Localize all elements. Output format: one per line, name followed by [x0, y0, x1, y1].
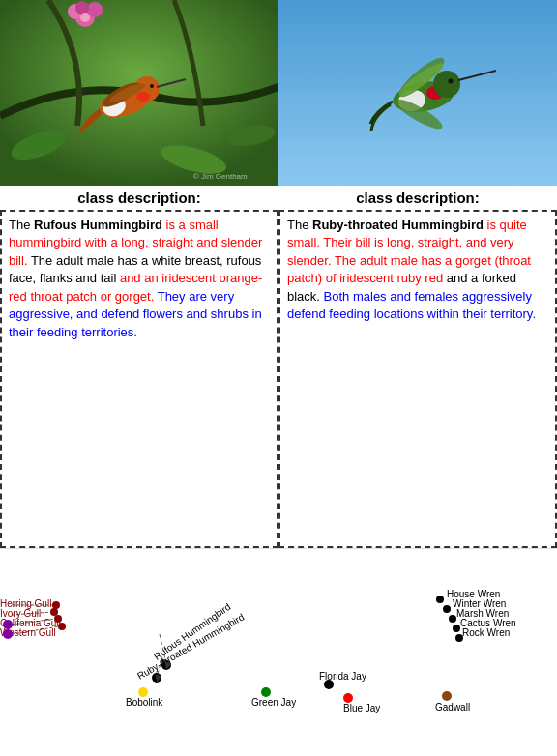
- svg-point-56: [436, 596, 444, 603]
- svg-point-22: [433, 71, 460, 98]
- svg-point-11: [150, 84, 154, 88]
- svg-point-33: [52, 601, 60, 609]
- svg-point-66: [442, 691, 452, 701]
- left-class-header: class description:: [0, 186, 278, 210]
- svg-point-9: [136, 92, 150, 102]
- svg-point-24: [449, 79, 454, 84]
- page-wrapper: © Jim Gentham: [0, 0, 557, 756]
- left-bird-name: Rufous Hummingbird: [34, 218, 162, 232]
- scatter-plot: Herring Gull Ivory Gull California Gull …: [0, 548, 557, 756]
- svg-text:Bobolink: Bobolink: [126, 697, 163, 708]
- svg-point-43: [138, 687, 148, 697]
- left-is: is: [166, 218, 175, 232]
- svg-text:Green Jay: Green Jay: [251, 697, 296, 708]
- svg-text:Florida Jay: Florida Jay: [319, 671, 366, 682]
- svg-rect-28: [0, 549, 557, 756]
- svg-point-54: [343, 693, 353, 703]
- left-bird-image: © Jim Gentham: [0, 0, 278, 186]
- svg-point-4: [75, 1, 89, 15]
- svg-point-3: [87, 2, 103, 17]
- scatter-svg: Herring Gull Ivory Gull California Gull …: [0, 549, 557, 756]
- svg-point-34: [50, 608, 58, 616]
- svg-point-58: [449, 615, 456, 623]
- descriptions-row: The Rufous Hummingbird is a small hummin…: [0, 210, 557, 548]
- svg-point-41: [3, 620, 13, 629]
- svg-text:Rock Wren: Rock Wren: [462, 627, 510, 638]
- svg-text:Blue Jay: Blue Jay: [343, 703, 380, 713]
- right-bird-name: Ruby-throated Hummingbird: [312, 218, 484, 232]
- right-description: The Ruby-throated Hummingbird is quite s…: [278, 210, 557, 548]
- headers-row: class description: class description:: [0, 186, 557, 210]
- right-bird-image: [278, 0, 557, 186]
- right-desc-blue: Both males and females aggressively defe…: [287, 289, 536, 321]
- images-row: © Jim Gentham: [0, 0, 557, 186]
- svg-point-42: [3, 629, 13, 639]
- svg-point-49: [152, 673, 161, 683]
- left-description: The Rufous Hummingbird is a small hummin…: [0, 210, 278, 548]
- svg-text:Gadwall: Gadwall: [435, 702, 470, 712]
- svg-point-57: [443, 605, 451, 613]
- svg-point-5: [80, 13, 90, 22]
- svg-point-59: [453, 625, 460, 632]
- svg-text:© Jim Gentham: © Jim Gentham: [193, 172, 248, 181]
- right-class-header: class description:: [278, 186, 557, 210]
- svg-point-50: [261, 687, 271, 697]
